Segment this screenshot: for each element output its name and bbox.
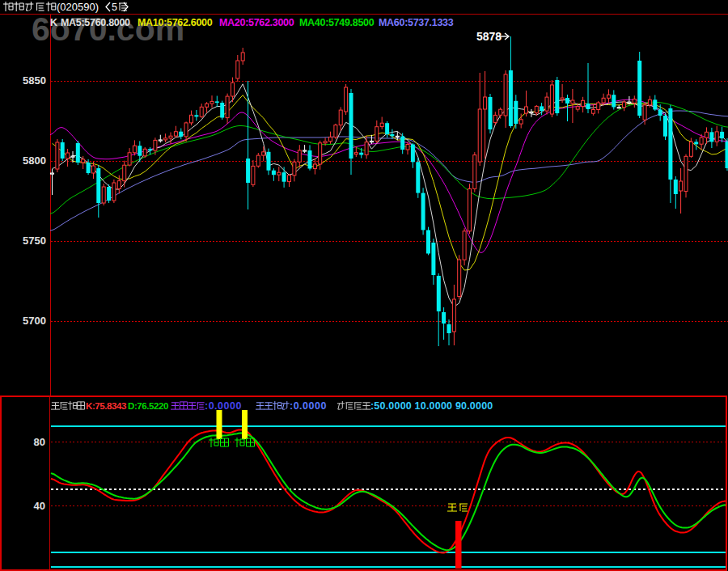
svg-text:MA60:5737.1333: MA60:5737.1333	[379, 17, 454, 28]
svg-text:80: 80	[34, 436, 45, 448]
svg-text:5850: 5850	[23, 74, 46, 87]
svg-text:5750: 5750	[23, 235, 46, 247]
svg-text:D:76.5220: D:76.5220	[128, 401, 168, 411]
svg-text:40: 40	[34, 500, 45, 512]
svg-text::0.0000: :0.0000	[290, 400, 327, 412]
svg-text:6o70.com: 6o70.com	[32, 11, 184, 48]
svg-text::50.0000 10.0000 90.0000: :50.0000 10.0000 90.0000	[370, 400, 493, 412]
svg-text::0.0000: :0.0000	[205, 400, 242, 412]
svg-text:MA10:5762.6000: MA10:5762.6000	[138, 17, 213, 28]
svg-text:(020590): (020590)	[57, 1, 99, 13]
svg-text:5800: 5800	[23, 154, 46, 167]
svg-text:5700: 5700	[23, 315, 46, 327]
svg-text:K: K	[50, 17, 57, 28]
svg-text:5: 5	[112, 2, 117, 13]
svg-text:K:75.8343: K:75.8343	[86, 401, 126, 411]
svg-text:MA40:5749.8500: MA40:5749.8500	[299, 17, 375, 28]
svg-text:MA5:5760.8000: MA5:5760.8000	[61, 17, 130, 28]
svg-text:MA20:5762.3000: MA20:5762.3000	[219, 17, 294, 28]
